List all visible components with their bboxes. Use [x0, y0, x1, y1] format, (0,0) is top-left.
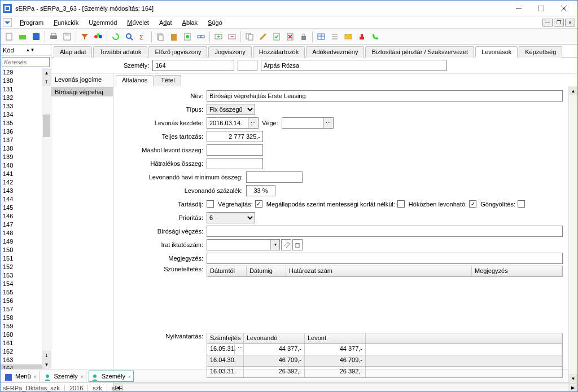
horizontal-scrollbar[interactable]: ◀ ▶: [113, 383, 577, 392]
kod-item[interactable]: 157: [1, 305, 42, 314]
cell-picker-button[interactable]: ⋯: [235, 344, 244, 355]
scroll-bottom-button[interactable]: ⤓: [42, 351, 51, 360]
gongyolites-checkbox[interactable]: [518, 200, 525, 208]
col-megjegyzes[interactable]: Megjegyzés: [472, 266, 562, 276]
mdi-restore-button[interactable]: ❐: [554, 19, 564, 27]
col-levonando[interactable]: Levonandó: [244, 333, 305, 343]
kod-item[interactable]: 152: [1, 263, 42, 271]
nyilv-row[interactable]: 16.04.30. 46 709,- 46 709,-: [207, 355, 563, 367]
megallapodas-checkbox[interactable]: [397, 200, 405, 208]
toolbar-link-button[interactable]: [195, 30, 207, 43]
menu-sugo[interactable]: Súgó: [205, 18, 225, 27]
nev-field[interactable]: [207, 90, 563, 102]
kezdete-picker-button[interactable]: ⋯: [248, 117, 259, 129]
bottom-tab-menu[interactable]: Menü ×: [3, 371, 40, 381]
toolbar-preview-button[interactable]: [61, 30, 73, 43]
toolbar-calc-button[interactable]: Σ: [137, 30, 149, 43]
jogcim-item[interactable]: Bírósági végrehaj: [51, 87, 113, 96]
scroll-thumb[interactable]: [43, 114, 50, 137]
kod-item[interactable]: 130: [1, 77, 42, 85]
bottom-tab-szemely-1[interactable]: Személy ×: [42, 371, 86, 381]
kod-item[interactable]: 137: [1, 136, 42, 144]
menu-funkciok[interactable]: Funkciók: [51, 18, 81, 27]
kod-item[interactable]: 144: [1, 195, 42, 204]
kod-item[interactable]: 154: [1, 280, 42, 288]
toolbar-color-button[interactable]: [92, 30, 104, 43]
col-datumig[interactable]: Dátumig: [247, 266, 286, 276]
tab-adokedvezmeny[interactable]: Adókedvezmény: [306, 46, 364, 58]
toolbar-mail-button[interactable]: [342, 30, 354, 43]
toolbar-new-button[interactable]: [3, 30, 15, 43]
tipus-select[interactable]: Fix összegű: [207, 104, 255, 115]
menu-uzemmod[interactable]: Üzemmód: [86, 18, 119, 27]
kod-item[interactable]: 162: [1, 347, 42, 356]
kod-header[interactable]: Kód ▲▼: [1, 45, 51, 56]
kod-item[interactable]: 148: [1, 229, 42, 237]
kod-item[interactable]: 163: [1, 356, 42, 364]
person-name-field[interactable]: [261, 60, 447, 71]
scroll-down-button[interactable]: ▼: [42, 360, 51, 369]
kod-item[interactable]: 136: [1, 127, 42, 136]
menu-ablak[interactable]: Ablak: [180, 18, 200, 27]
menu-adat[interactable]: Adat: [157, 18, 174, 27]
toolbar-doc2-button[interactable]: [181, 30, 194, 43]
tab-close-icon[interactable]: ×: [128, 374, 131, 380]
tab-biztositasi[interactable]: Biztosítási pénztár / Szakszervezet: [365, 46, 474, 58]
col-datumtol[interactable]: Dátumtól: [207, 266, 247, 276]
scroll-right-button[interactable]: ▶: [568, 384, 577, 392]
mdi-close-button[interactable]: ×: [565, 19, 575, 27]
kod-item[interactable]: 138: [1, 144, 42, 153]
vege-field[interactable]: [282, 117, 323, 129]
tab-hozzatartozok[interactable]: Hozzátartozók: [253, 46, 305, 58]
mdi-minimize-button[interactable]: —: [542, 19, 553, 27]
kod-item[interactable]: 140: [1, 161, 42, 170]
tab-alap-adat[interactable]: Alap adat: [54, 46, 92, 58]
mashol-field[interactable]: [207, 144, 263, 156]
toolbar-open-button[interactable]: [16, 30, 29, 43]
tab-close-icon[interactable]: ×: [80, 374, 83, 380]
teljes-field[interactable]: [207, 131, 263, 142]
tab-tovabbi-adatok[interactable]: További adatok: [93, 46, 147, 58]
kod-item[interactable]: 149: [1, 237, 42, 246]
form-scrollbar[interactable]: ▲ ▼: [568, 86, 577, 383]
menu-program[interactable]: Program: [17, 18, 46, 27]
hokozben-checkbox[interactable]: [469, 200, 476, 208]
person-id-field[interactable]: [152, 60, 234, 71]
toolbar-add-button[interactable]: +: [212, 30, 225, 43]
kod-search-input[interactable]: [2, 57, 50, 67]
irat-combo[interactable]: ▾: [207, 239, 280, 250]
nyilv-row[interactable]: 16.03.31. 26 392,- 26 392,-: [207, 367, 563, 378]
kod-item[interactable]: 158: [1, 314, 42, 322]
toolbar-reject-button[interactable]: [284, 30, 296, 43]
tab-kepzettseg[interactable]: Képzettség: [519, 46, 562, 58]
tab-levonasok[interactable]: Levonások: [475, 46, 518, 58]
kod-item[interactable]: 134: [1, 111, 42, 119]
col-szamfejtes[interactable]: Számfejtés: [207, 333, 244, 343]
menu-muvelet[interactable]: Művelet: [125, 18, 151, 27]
kod-item[interactable]: 146: [1, 212, 42, 221]
kod-item[interactable]: 129: [1, 68, 42, 77]
scroll-up-button[interactable]: ▲: [42, 68, 51, 77]
kod-item[interactable]: 150: [1, 246, 42, 254]
toolbar-refresh-button[interactable]: [110, 30, 122, 43]
toolbar-table-button[interactable]: [315, 30, 327, 43]
havimin-field[interactable]: [246, 171, 303, 183]
close-button[interactable]: [553, 2, 575, 15]
toolbar-paste-button[interactable]: [168, 30, 180, 43]
kod-item[interactable]: 142: [1, 178, 42, 187]
toolbar-copy2-button[interactable]: [243, 30, 256, 43]
scroll-down-button[interactable]: ▼: [569, 374, 577, 383]
toolbar-approve-button[interactable]: [270, 30, 283, 43]
col-hatarozat[interactable]: Határozat szám: [286, 266, 472, 276]
vegrehajtas-checkbox[interactable]: [255, 200, 262, 208]
kod-item[interactable]: 153: [1, 271, 42, 280]
toolbar-copy-button[interactable]: [154, 30, 167, 43]
toolbar-search-button[interactable]: [123, 30, 135, 43]
tab-jogviszony[interactable]: Jogviszony: [208, 46, 251, 58]
maximize-button[interactable]: [530, 2, 553, 15]
toolbar-phone-button[interactable]: [369, 30, 382, 43]
kod-item[interactable]: 132: [1, 94, 42, 102]
kod-item[interactable]: 161: [1, 339, 42, 347]
kod-item[interactable]: 133: [1, 102, 42, 111]
vege-picker-button[interactable]: ⋯: [323, 117, 334, 129]
